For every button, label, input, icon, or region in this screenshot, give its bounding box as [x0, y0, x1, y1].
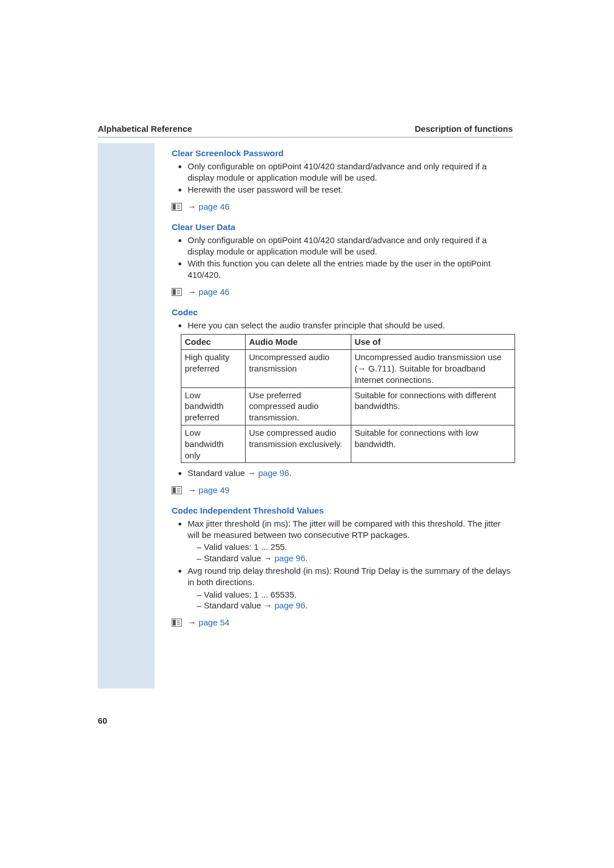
- page-number: 60: [98, 716, 107, 725]
- text-fragment: Standard value: [188, 468, 247, 478]
- arrow-icon: →: [188, 485, 196, 495]
- web-ui-icon: [172, 486, 182, 497]
- cell-codec: Low bandwidth only: [181, 425, 246, 462]
- col-use-of: Use of: [351, 335, 515, 350]
- page-ref-link[interactable]: page 54: [198, 617, 229, 627]
- page-ref-link[interactable]: page 96: [258, 468, 289, 478]
- bullet-list: Here you can select the audio transfer p…: [172, 320, 513, 331]
- table-row: Low bandwidth preferred Use preferred co…: [181, 387, 515, 425]
- table-row: Low bandwidth only Use compressed audio …: [181, 425, 515, 462]
- text-fragment: Standard value: [204, 553, 264, 563]
- left-gutter-band: [98, 143, 155, 688]
- bullet-item: Max jitter threshold (in ms): The jitter…: [188, 518, 513, 564]
- svg-rect-1: [173, 204, 176, 210]
- arrow-icon: →: [264, 553, 272, 563]
- bullet-item: Herewith the user password will be reset…: [188, 184, 513, 195]
- table-header-row: Codec Audio Mode Use of: [181, 335, 515, 350]
- dash-item: Standard value → page 96.: [197, 600, 513, 611]
- page-ref-link[interactable]: page 46: [198, 287, 229, 297]
- content-column: Clear Screenlock Password Only configura…: [172, 148, 513, 637]
- dash-list: Valid values: 1 ... 65535. Standard valu…: [188, 589, 513, 612]
- bullet-item: Here you can select the audio transfer p…: [188, 320, 513, 331]
- dash-item: Valid values: 1 ... 65535.: [197, 589, 513, 600]
- cell-use-of: Uncompressed audio transmission use (→ G…: [351, 350, 515, 387]
- page-ref-link[interactable]: page 49: [198, 485, 229, 495]
- text-fragment: .: [305, 600, 308, 610]
- cell-codec: Low bandwidth preferred: [181, 387, 246, 425]
- cell-use-of: Suitable for connections with low bandwi…: [351, 425, 515, 462]
- header-left: Alphabetical Reference: [98, 124, 192, 133]
- page-ref-link[interactable]: page 96: [275, 600, 305, 610]
- bullet-list: Standard value → page 96.: [172, 468, 513, 479]
- table-row: High quality preferred Uncompressed audi…: [181, 350, 515, 387]
- web-ui-icon: [172, 202, 182, 214]
- bullet-item: Only configurable on optiPoint 410/420 s…: [188, 235, 513, 257]
- bullet-item: Standard value → page 96.: [188, 468, 513, 479]
- arrow-icon: →: [188, 617, 196, 627]
- text-fragment: Max jitter threshold (in ms): The jitter…: [188, 519, 501, 540]
- page-ref: → page 49: [172, 485, 513, 497]
- bullet-item: With this function you can delete all th…: [188, 258, 513, 281]
- cell-audio-mode: Use compressed audio transmission exclus…: [245, 425, 351, 462]
- arrow-icon: →: [264, 600, 272, 610]
- text-fragment: .: [289, 468, 291, 478]
- dash-item: Standard value → page 96.: [197, 553, 513, 564]
- text-fragment: Avg round trip delay threshold (in ms): …: [188, 566, 511, 587]
- text-fragment: G.711). Suitable for broadband Internet …: [355, 364, 486, 385]
- arrow-icon: →: [358, 364, 366, 373]
- page-ref: → page 46: [172, 201, 513, 214]
- svg-rect-11: [173, 487, 176, 493]
- cell-use-of: Suitable for connections with different …: [351, 387, 515, 425]
- page-ref-link[interactable]: page 46: [198, 202, 229, 211]
- arrow-icon: →: [247, 468, 256, 478]
- arrow-icon: →: [188, 287, 196, 297]
- svg-rect-16: [173, 620, 176, 625]
- section-heading-codec: Codec: [172, 307, 513, 318]
- arrow-icon: →: [188, 202, 196, 211]
- page-ref: → page 46: [172, 286, 513, 299]
- page-header: Alphabetical Reference Description of fu…: [98, 124, 513, 137]
- web-ui-icon: [172, 287, 182, 299]
- cell-audio-mode: Uncompressed audio transmission: [245, 350, 351, 387]
- dash-item: Valid values: 1 ... 255.: [197, 541, 513, 553]
- col-codec: Codec: [181, 335, 246, 350]
- bullet-list: Max jitter threshold (in ms): The jitter…: [172, 518, 513, 611]
- page-ref: → page 54: [172, 617, 513, 629]
- text-fragment: .: [305, 553, 308, 563]
- bullet-list: Only configurable on optiPoint 410/420 s…: [172, 161, 513, 195]
- bullet-item: Only configurable on optiPoint 410/420 s…: [188, 161, 513, 183]
- bullet-item: Avg round trip delay threshold (in ms): …: [188, 565, 513, 611]
- dash-list: Valid values: 1 ... 255. Standard value …: [188, 541, 513, 564]
- text-fragment: Standard value: [204, 600, 264, 610]
- bullet-list: Only configurable on optiPoint 410/420 s…: [172, 235, 513, 281]
- header-right: Description of functions: [415, 124, 513, 133]
- web-ui-icon: [172, 618, 182, 629]
- col-audio-mode: Audio Mode: [245, 335, 351, 350]
- page-ref-link[interactable]: page 96: [275, 553, 305, 563]
- section-heading-clear-user-data: Clear User Data: [172, 222, 513, 233]
- section-heading-clear-screenlock: Clear Screenlock Password: [172, 148, 513, 159]
- cell-audio-mode: Use preferred compressed audio transmiss…: [245, 387, 351, 425]
- cell-codec: High quality preferred: [181, 350, 246, 387]
- section-heading-codec-thresholds: Codec Independent Threshold Values: [172, 505, 513, 516]
- svg-rect-6: [173, 289, 176, 295]
- codec-table: Codec Audio Mode Use of High quality pre…: [181, 334, 515, 463]
